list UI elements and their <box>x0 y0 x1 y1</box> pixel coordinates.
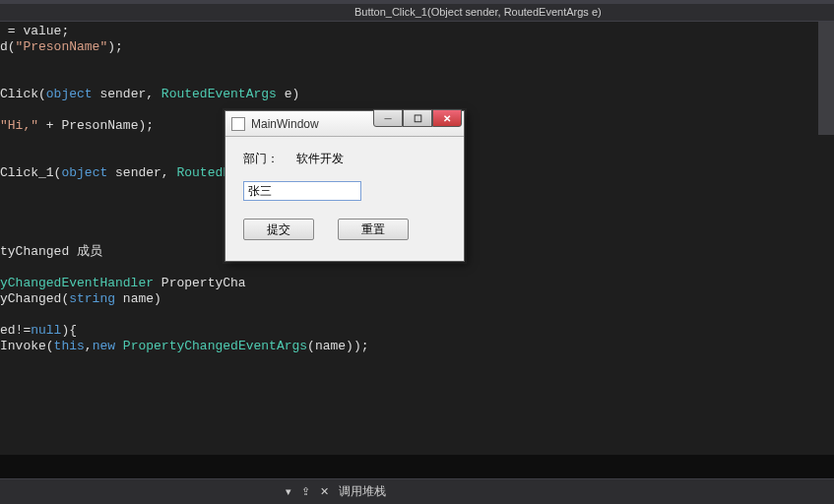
code-line <box>0 260 834 276</box>
window-title: MainWindow <box>251 117 319 131</box>
code-line <box>0 71 834 87</box>
code-line <box>0 55 834 71</box>
button-row: 提交 重置 <box>243 219 446 240</box>
mainwindow-dialog: MainWindow ─ ☐ ✕ 部门： 软件开发 提交 重置 <box>225 110 465 262</box>
breadcrumb-text: Button_Click_1(Object sender, RoutedEven… <box>354 6 602 18</box>
footer-separator <box>0 455 834 478</box>
department-row: 部门： 软件开发 <box>243 151 446 167</box>
code-line: yChangedEventHandler PropertyCha <box>0 276 834 291</box>
breadcrumb[interactable]: Button_Click_1(Object sender, RoutedEven… <box>0 4 834 22</box>
code-line: = value; <box>0 24 834 39</box>
code-line: ed!=null){ <box>0 323 834 339</box>
scrollbar-track[interactable] <box>818 22 834 135</box>
window-app-icon <box>231 117 245 131</box>
close-button[interactable]: ✕ <box>432 109 462 127</box>
maximize-button[interactable]: ☐ <box>403 109 432 127</box>
minimize-button[interactable]: ─ <box>373 109 403 127</box>
callstack-tab[interactable]: 调用堆栈 <box>339 483 386 500</box>
window-controls: ─ ☐ ✕ <box>373 109 462 127</box>
code-line: Invoke(this,new PropertyChangedEventArgs… <box>0 339 834 354</box>
name-input[interactable] <box>243 181 361 201</box>
name-input-row <box>243 181 446 201</box>
code-line: Click(object sender, RoutedEventArgs e) <box>0 87 834 102</box>
window-titlebar[interactable]: MainWindow ─ ☐ ✕ <box>225 111 464 137</box>
code-line <box>0 307 834 323</box>
pin-icon[interactable]: ⇪ <box>301 485 310 498</box>
code-line: d("PresonName"); <box>0 39 834 55</box>
dropdown-icon[interactable]: ▾ <box>286 485 291 498</box>
department-value: 软件开发 <box>296 151 344 167</box>
submit-button[interactable]: 提交 <box>243 219 314 240</box>
bottom-panel: ▾ ⇪ ✕ 调用堆栈 <box>0 478 834 504</box>
code-line: yChanged(string name) <box>0 291 834 307</box>
dialog-body: 部门： 软件开发 提交 重置 <box>225 137 464 254</box>
close-panel-icon[interactable]: ✕ <box>320 485 329 498</box>
department-label: 部门： <box>243 151 279 167</box>
reset-button[interactable]: 重置 <box>338 219 409 240</box>
